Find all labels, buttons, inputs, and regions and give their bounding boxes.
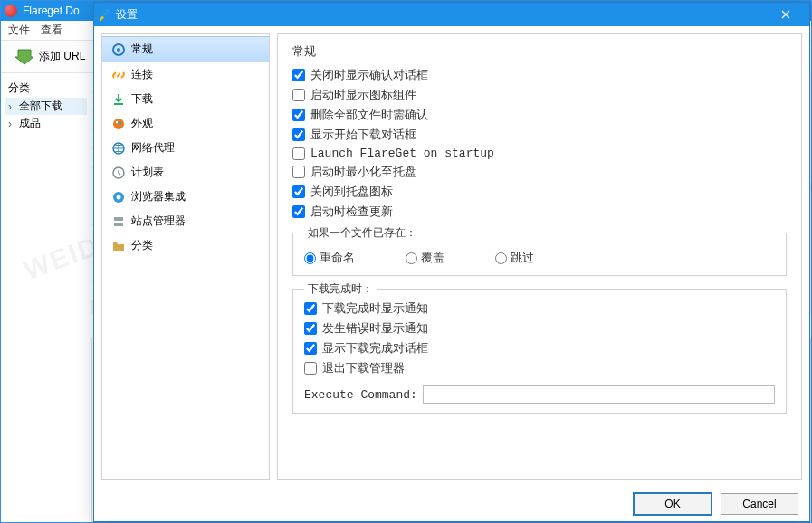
dialog-title: 设置 <box>116 7 766 23</box>
check-close-to-tray[interactable]: 关闭到托盘图标 <box>292 184 787 200</box>
svg-rect-16 <box>114 223 123 226</box>
checkbox-label: 退出下载管理器 <box>322 360 405 376</box>
nav-connection[interactable]: 连接 <box>102 62 269 87</box>
execute-command-input[interactable] <box>423 385 775 404</box>
file-exists-options: 重命名 覆盖 跳过 <box>304 250 775 266</box>
check-check-updates[interactable]: 启动时检查更新 <box>292 204 787 220</box>
browser-icon <box>111 190 126 204</box>
folder-icon <box>111 239 126 253</box>
checkbox[interactable] <box>304 302 317 315</box>
check-show-start-download-dialog[interactable]: 显示开始下载对话框 <box>292 127 787 143</box>
dialog-footer: OK Cancel <box>94 487 809 521</box>
checkbox-label: 启动时检查更新 <box>310 204 393 220</box>
tree-item-label: 全部下载 <box>19 99 62 114</box>
check-notify-complete[interactable]: 下载完成时显示通知 <box>304 300 775 317</box>
checkbox-label: 删除全部文件时需确认 <box>310 107 428 123</box>
nav-label: 下载 <box>131 91 153 107</box>
check-minimize-to-tray-on-start[interactable]: 启动时最小化至托盘 <box>292 164 787 180</box>
close-icon <box>781 10 790 19</box>
checkbox-label: Launch FlareGet on startup <box>310 147 494 160</box>
radio-label: 跳过 <box>511 250 534 266</box>
nav-categories[interactable]: 分类 <box>102 233 269 258</box>
check-launch-on-startup[interactable]: Launch FlareGet on startup <box>292 147 787 160</box>
execute-command-row: Execute Command: <box>304 385 775 404</box>
settings-page-general: 常规 关闭时显示确认对话框 启动时显示图标组件 删除全部文件时需确认 显示开始下… <box>277 33 802 480</box>
nav-label: 网络代理 <box>131 140 175 156</box>
check-show-complete-dialog[interactable]: 显示下载完成对话框 <box>304 340 775 357</box>
checkbox[interactable] <box>292 185 305 198</box>
checkbox[interactable] <box>292 128 305 141</box>
radio-overwrite[interactable]: 覆盖 <box>406 250 444 266</box>
dialog-body: 常规 连接 下载 外观 网络代理 计划表 <box>94 26 809 487</box>
checkbox[interactable] <box>304 362 317 375</box>
checkbox-label: 启动时最小化至托盘 <box>310 164 416 180</box>
download-icon <box>111 92 126 107</box>
globe-icon <box>111 141 126 156</box>
svg-point-7 <box>117 48 120 52</box>
tree-item-all-downloads[interactable]: › 全部下载 <box>5 98 87 115</box>
add-url-button[interactable]: 添加 URL <box>8 46 91 68</box>
menu-file[interactable]: 文件 <box>8 23 30 38</box>
nav-scheduler[interactable]: 计划表 <box>102 160 269 185</box>
check-show-tray-widget[interactable]: 启动时显示图标组件 <box>292 87 787 103</box>
check-notify-error[interactable]: 发生错误时显示通知 <box>304 320 775 337</box>
nav-label: 计划表 <box>131 165 164 180</box>
check-confirm-close[interactable]: 关闭时显示确认对话框 <box>292 67 787 83</box>
link-icon <box>111 68 126 82</box>
checkbox-label: 启动时显示图标组件 <box>310 87 416 103</box>
categories-panel: 分类 › 全部下载 › 成品 <box>1 73 91 522</box>
nav-site-manager[interactable]: 站点管理器 <box>102 209 269 233</box>
radio-skip[interactable]: 跳过 <box>495 250 534 266</box>
checkbox[interactable] <box>292 69 305 81</box>
nav-appearance[interactable]: 外观 <box>102 111 269 136</box>
svg-rect-15 <box>114 217 123 221</box>
checkbox-label: 关闭时显示确认对话框 <box>310 67 428 83</box>
checkbox-label: 显示开始下载对话框 <box>310 127 416 143</box>
checkbox[interactable] <box>292 89 305 101</box>
checkbox[interactable] <box>292 205 305 218</box>
radio-rename[interactable]: 重命名 <box>304 250 355 266</box>
nav-download[interactable]: 下载 <box>102 87 269 111</box>
settings-dialog: 设置 常规 连接 下载 外观 网络代 <box>93 2 810 522</box>
radio-label: 覆盖 <box>421 250 444 266</box>
download-complete-legend: 下载完成时： <box>304 281 377 297</box>
nav-proxy[interactable]: 网络代理 <box>102 136 269 160</box>
nav-label: 浏览器集成 <box>131 189 186 204</box>
nav-browser-integration[interactable]: 浏览器集成 <box>102 185 269 209</box>
ok-button[interactable]: OK <box>634 493 712 515</box>
execute-command-label: Execute Command: <box>304 388 417 402</box>
tree-item-finished[interactable]: › 成品 <box>5 115 87 132</box>
svg-point-9 <box>116 120 118 122</box>
svg-point-10 <box>119 121 121 123</box>
check-confirm-delete-all[interactable]: 删除全部文件时需确认 <box>292 107 787 123</box>
add-url-label: 添加 URL <box>39 49 85 64</box>
server-icon <box>111 214 126 229</box>
file-exists-group: 如果一个文件已存在： 重命名 覆盖 跳过 <box>292 225 787 276</box>
nav-label: 分类 <box>131 238 153 253</box>
expand-icon[interactable]: › <box>8 118 17 130</box>
checkbox-label: 显示下载完成对话框 <box>322 340 428 357</box>
app-icon <box>5 5 17 17</box>
settings-nav: 常规 连接 下载 外观 网络代理 计划表 <box>101 33 270 480</box>
radio-input[interactable] <box>304 252 316 264</box>
svg-point-14 <box>117 195 121 199</box>
check-exit-manager[interactable]: 退出下载管理器 <box>304 360 775 376</box>
checkbox[interactable] <box>292 166 305 178</box>
gear-icon <box>111 43 126 57</box>
checkbox[interactable] <box>292 109 305 121</box>
menu-view[interactable]: 查看 <box>41 23 62 38</box>
nav-label: 常规 <box>131 42 153 57</box>
radio-input[interactable] <box>495 252 507 264</box>
radio-label: 重命名 <box>320 250 355 266</box>
checkbox[interactable] <box>304 322 317 335</box>
dialog-close-button[interactable] <box>766 3 806 26</box>
wrench-icon <box>98 8 110 21</box>
cancel-button[interactable]: Cancel <box>721 493 798 515</box>
expand-icon[interactable]: › <box>8 100 17 113</box>
nav-general[interactable]: 常规 <box>102 36 269 62</box>
download-complete-group: 下载完成时： 下载完成时显示通知 发生错误时显示通知 显示下载完成对话框 退出下… <box>292 281 787 414</box>
palette-icon <box>111 117 126 131</box>
checkbox[interactable] <box>292 147 305 160</box>
checkbox[interactable] <box>304 342 317 355</box>
radio-input[interactable] <box>406 252 417 264</box>
